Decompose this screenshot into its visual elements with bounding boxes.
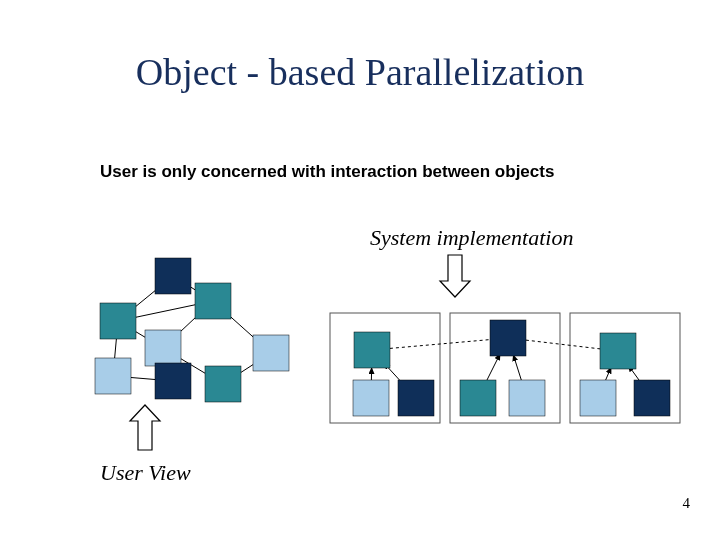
user-view-node bbox=[95, 358, 131, 394]
system-node bbox=[580, 380, 616, 416]
user-view-node bbox=[253, 335, 289, 371]
system-node bbox=[354, 332, 390, 368]
diagram-canvas bbox=[0, 0, 720, 540]
user-view-node bbox=[205, 366, 241, 402]
user-view-node bbox=[145, 330, 181, 366]
system-node bbox=[398, 380, 434, 416]
system-node bbox=[600, 333, 636, 369]
user-view-node bbox=[195, 283, 231, 319]
system-node bbox=[634, 380, 670, 416]
user-view-node bbox=[100, 303, 136, 339]
user-view-node bbox=[155, 258, 191, 294]
system-arrow-icon bbox=[440, 255, 470, 297]
system-node bbox=[353, 380, 389, 416]
user-view-node bbox=[155, 363, 191, 399]
slide: Object - based Parallelization User is o… bbox=[0, 0, 720, 540]
system-node bbox=[509, 380, 545, 416]
system-node bbox=[490, 320, 526, 356]
system-node bbox=[460, 380, 496, 416]
user-view-arrow-icon bbox=[130, 405, 160, 450]
